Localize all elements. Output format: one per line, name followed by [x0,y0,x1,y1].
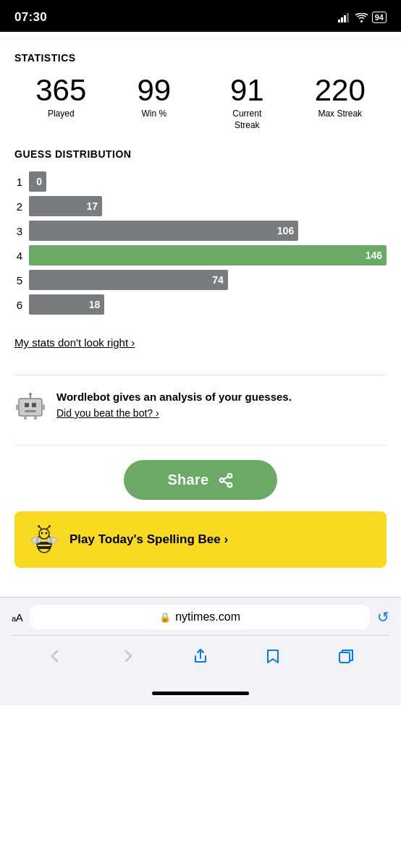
browser-bar-section: aA 🔒 nytimes.com ↺ [0,597,401,681]
share-section: Share [14,460,387,500]
stat-played: 365 Played [14,75,108,131]
home-bar [152,692,249,695]
bee-icon [29,524,59,555]
status-time: 07:30 [14,10,47,25]
svg-rect-1 [341,17,343,22]
stat-played-number: 365 [35,75,86,106]
svg-rect-22 [37,546,51,549]
stat-max-streak-label: Max Streak [318,109,362,120]
guess-row-2: 2 17 [14,196,387,216]
scroll-area[interactable]: STATISTICS 365 Played 99 Win % 91 Curren… [0,32,401,597]
safari-nav [12,635,389,675]
bar-container-1: 0 [29,171,387,192]
guess-number-6: 6 [14,299,25,311]
wordlebot-text: Wordlebot gives an analysis of your gues… [56,390,387,420]
svg-rect-33 [339,652,350,663]
stat-win-pct: 99 Win % [108,75,201,131]
svg-point-10 [29,393,32,396]
svg-rect-14 [34,416,37,420]
bar-value-2: 17 [87,200,98,212]
svg-rect-13 [24,416,27,420]
bar-2: 17 [29,196,102,216]
bar-6: 18 [29,294,104,315]
status-icons: 94 [338,12,387,23]
distribution-section: GUESS DISTRIBUTION 1 0 2 17 [14,148,387,315]
svg-point-24 [39,529,49,539]
guess-row-5: 5 74 [14,270,387,290]
stat-current-streak-label: CurrentStreak [232,109,261,131]
svg-point-30 [48,525,51,527]
font-size-large: A [16,611,23,624]
svg-line-27 [39,527,42,529]
guess-row-6: 6 18 [14,294,387,315]
url-container[interactable]: 🔒 nytimes.com [30,605,370,629]
forward-button[interactable] [112,640,144,672]
guess-number-2: 2 [14,200,25,213]
stat-win-pct-label: Win % [141,109,166,120]
spelling-bee-banner[interactable]: Play Today's Spelling Bee › [14,511,387,568]
bar-3: 106 [29,221,298,241]
share-button[interactable]: Share [124,460,277,500]
bar-5: 74 [29,270,228,290]
svg-point-25 [41,532,43,535]
guess-number-1: 1 [14,176,25,188]
battery-icon: 94 [372,12,387,23]
spelling-bee-label: Play Today's Spelling Bee › [69,532,228,547]
svg-point-28 [38,525,40,527]
svg-line-19 [223,477,227,480]
guess-number-5: 5 [14,274,25,286]
bar-value-3: 106 [277,225,294,237]
stat-played-label: Played [48,109,75,120]
svg-rect-6 [25,403,29,407]
stat-current-streak: 91 CurrentStreak [200,75,294,131]
top-fade [0,32,401,39]
guess-row-4: 4 146 [14,245,387,265]
stats-link[interactable]: My stats don't look right › [14,336,135,349]
signal-icon [338,13,351,22]
lock-icon: 🔒 [159,612,171,623]
reload-button[interactable]: ↺ [377,608,389,626]
stat-win-pct-number: 99 [137,75,171,106]
guess-row-1: 1 0 [14,171,387,192]
share-icon [218,472,234,488]
share-safari-button[interactable] [185,640,216,672]
bar-container-5: 74 [29,270,387,290]
bookmarks-button[interactable] [257,640,289,672]
bar-1: 0 [29,171,46,192]
statistics-title: STATISTICS [14,52,387,64]
status-bar: 07:30 94 [0,0,401,32]
svg-point-26 [46,532,48,535]
tabs-button[interactable] [330,640,362,672]
guess-number-3: 3 [14,225,25,237]
url-bar-row: aA 🔒 nytimes.com ↺ [12,605,389,629]
font-size-button[interactable]: aA [12,611,22,624]
stat-max-streak: 220 Max Streak [294,75,387,131]
wordlebot-link[interactable]: Did you beat the bot? › [56,407,159,419]
bar-value-6: 18 [89,299,101,310]
robot-icon [14,390,46,422]
bar-container-6: 18 [29,294,387,315]
main-content: STATISTICS 365 Played 99 Win % 91 Curren… [0,39,401,597]
back-button[interactable] [39,640,71,672]
bar-value-5: 74 [212,274,224,286]
guess-row-3: 3 106 [14,221,387,241]
url-text: nytimes.com [175,610,240,624]
svg-rect-11 [16,404,19,410]
bar-container-3: 106 [29,221,387,241]
svg-rect-0 [338,20,340,22]
share-label: Share [167,472,208,488]
bar-value-4: 146 [366,250,382,261]
home-indicator [0,681,401,705]
wordlebot-section: Wordlebot gives an analysis of your gues… [14,387,387,433]
guess-number-4: 4 [14,250,25,262]
bar-value-1: 0 [36,176,42,187]
svg-rect-3 [347,13,349,22]
svg-rect-2 [344,15,346,22]
stat-current-streak-number: 91 [230,75,264,106]
svg-rect-12 [42,404,45,410]
stats-row: 365 Played 99 Win % 91 CurrentStreak 220… [14,75,387,131]
wifi-icon [355,13,368,22]
bar-4: 146 [29,245,387,265]
divider-1 [14,375,387,375]
divider-2 [14,445,387,446]
